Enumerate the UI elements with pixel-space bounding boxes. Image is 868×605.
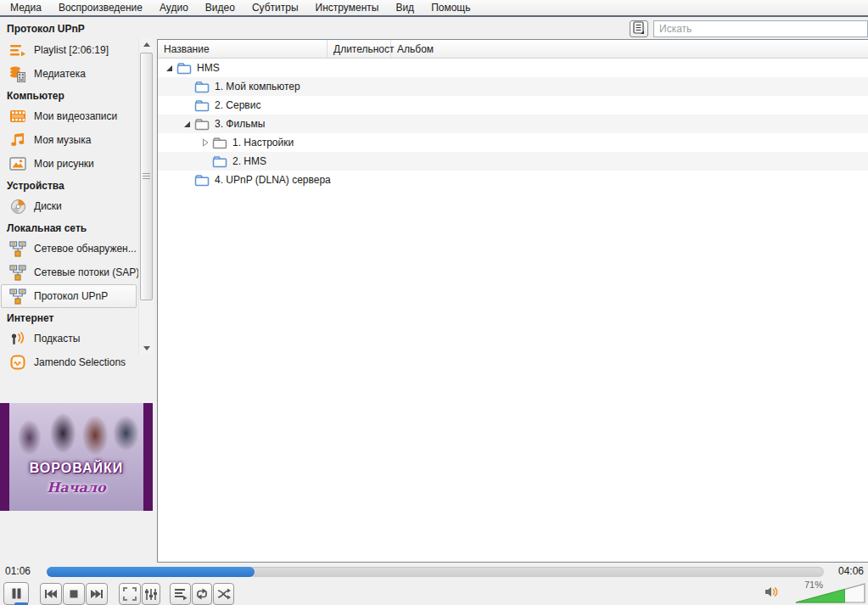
column-header-name[interactable]: Название [158, 40, 328, 58]
videos-icon [9, 108, 26, 125]
media-browser-panel: Название Длительност Альбом HMS1. Мой ко… [157, 39, 868, 563]
menu-item[interactable]: Медиа [2, 0, 50, 15]
stop-button[interactable] [63, 583, 85, 605]
tree-row-label: 2. Сервис [215, 99, 260, 111]
sidebar-section-header: Компьютер [0, 86, 137, 104]
sidebar-item-label: Playlist [2:06:19] [34, 44, 109, 56]
fullscreen-button[interactable] [119, 583, 141, 605]
album-art-title: Начало [9, 479, 143, 496]
sidebar-item[interactable]: Playlist [2:06:19] [1, 38, 137, 62]
menu-item[interactable]: Вид [387, 0, 423, 15]
menu-bar: МедиаВоспроизведениеАудиоВидеоСубтитрыИн… [0, 0, 868, 17]
view-toggle-button[interactable] [630, 20, 648, 37]
sidebar-item[interactable]: Протокол UPnP [1, 284, 137, 308]
column-header-album[interactable]: Альбом [391, 40, 868, 58]
folder-icon [212, 155, 227, 168]
tree-row[interactable]: 1. Настройки [158, 133, 868, 152]
next-icon [90, 589, 104, 599]
menu-item[interactable]: Субтитры [244, 0, 307, 15]
disc-icon [9, 198, 26, 215]
scrollbar-thumb[interactable] [140, 53, 153, 300]
tree-view: HMS1. Мой компьютер2. Сервис3. Фильмы1. … [158, 59, 868, 189]
seek-bar-fill [47, 567, 255, 577]
playlist-button[interactable] [170, 583, 191, 605]
previous-icon [44, 589, 58, 599]
random-button[interactable] [213, 583, 234, 605]
playlist-toggle-icon [174, 587, 188, 601]
sidebar-item[interactable]: Мои рисунки [1, 152, 137, 176]
tree-row[interactable]: 3. Фильмы [158, 115, 868, 133]
extended-button[interactable] [142, 583, 160, 605]
tree-expanded-icon[interactable] [181, 120, 194, 128]
list-view-icon [633, 21, 645, 37]
volume-slider[interactable] [794, 581, 867, 605]
tree-row-label: 3. Фильмы [215, 118, 265, 130]
sidebar-item[interactable]: Медиатека [1, 62, 137, 86]
search-input[interactable] [653, 20, 868, 37]
tree-row-label: 1. Настройки [232, 137, 294, 148]
pictures-icon [9, 155, 26, 172]
sidebar-item[interactable]: Моя музыка [1, 128, 137, 152]
tree-row[interactable]: 1. Мой компьютер [158, 77, 868, 96]
album-art-image: ВОРОВАЙКИ Начало [9, 403, 143, 511]
sidebar-item-label: Сетевые потоки (SAP) [34, 266, 139, 278]
tree-row[interactable]: HMS [158, 59, 868, 77]
album-art-band-name: ВОРОВАЙКИ [9, 461, 143, 476]
column-header-duration[interactable]: Длительност [328, 40, 391, 58]
table-header: Название Длительност Альбом [158, 40, 868, 59]
jamendo-icon [9, 354, 26, 371]
scroll-down-icon[interactable] [139, 342, 154, 355]
menu-item[interactable]: Аудио [151, 0, 197, 15]
sidebar-item-label: Диски [34, 200, 62, 212]
sidebar-item[interactable]: Jamendo Selections [1, 350, 137, 374]
sidebar-scrollbar[interactable] [138, 38, 153, 355]
sidebar-item[interactable]: Мои видеозаписи [1, 104, 137, 128]
tree-collapsed-icon[interactable] [199, 138, 212, 147]
network-icon [9, 240, 26, 257]
sidebar-item[interactable]: Диски [1, 194, 137, 218]
menu-item[interactable]: Инструменты [307, 0, 388, 15]
media-library-icon [9, 65, 26, 82]
folder-icon [212, 137, 227, 149]
stop-icon [69, 589, 79, 599]
sidebar-item[interactable]: Сетевые потоки (SAP) [1, 260, 137, 284]
total-time: 04:06 [838, 565, 864, 577]
next-button[interactable] [86, 583, 108, 605]
menu-item[interactable]: Видео [197, 0, 244, 15]
folder-icon [194, 99, 210, 112]
folder-icon [194, 81, 210, 93]
seek-bar[interactable] [47, 567, 824, 577]
tree-row-label: 4. UPnP (DLNA) сервера [215, 174, 331, 186]
sidebar-item-label: Протокол UPnP [34, 290, 108, 302]
tree-expanded-icon[interactable] [163, 64, 176, 72]
sidebar-section-header: Интернет [0, 308, 137, 327]
tree-row[interactable]: 4. UPnP (DLNA) сервера [158, 171, 868, 189]
menu-item[interactable]: Помощь [423, 0, 479, 15]
network-icon [9, 288, 26, 305]
loop-button[interactable] [192, 583, 212, 605]
sidebar-item-label: Jamendo Selections [34, 356, 126, 368]
scroll-up-icon[interactable] [139, 38, 154, 51]
previous-button[interactable] [40, 583, 62, 605]
speaker-icon[interactable] [764, 585, 780, 601]
tree-row[interactable]: 2. HMS [158, 152, 868, 171]
music-icon [9, 132, 26, 148]
podcast-icon [9, 330, 26, 347]
pause-button[interactable] [3, 582, 29, 605]
tree-row-label: HMS [197, 62, 220, 74]
sidebar-item-label: Медиатека [34, 68, 86, 80]
menu-item[interactable]: Воспроизведение [50, 0, 151, 15]
sidebar-item-label: Подкасты [34, 333, 80, 345]
equalizer-icon [144, 588, 158, 601]
current-time: 01:06 [5, 565, 31, 577]
sidebar-item[interactable]: Сетевое обнаружен... [1, 237, 137, 260]
loop-icon [195, 588, 209, 600]
folder-icon [176, 62, 192, 75]
network-icon [9, 264, 26, 281]
pause-icon [10, 587, 23, 600]
playlist-icon [9, 42, 26, 59]
sidebar-item[interactable]: Подкасты [1, 327, 137, 350]
shuffle-icon [217, 588, 231, 600]
sidebar-panel-title: Протокол UPnP [7, 23, 85, 35]
tree-row[interactable]: 2. Сервис [158, 96, 868, 115]
